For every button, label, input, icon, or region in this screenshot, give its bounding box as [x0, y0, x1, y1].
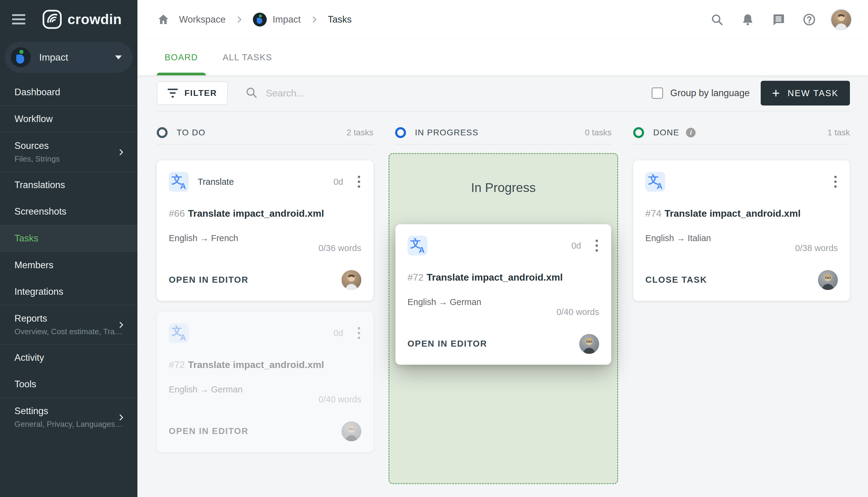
tab-board[interactable]: BOARD: [157, 39, 206, 75]
translate-type-icon: 文 A: [169, 323, 189, 343]
sidebar-item-translations[interactable]: Translations: [0, 172, 138, 198]
info-icon[interactable]: i: [686, 128, 696, 138]
user-avatar[interactable]: [831, 10, 851, 30]
chevron-right-icon: [310, 15, 319, 24]
chevron-down-icon: [115, 55, 122, 59]
task-card-66[interactable]: 文 A Translate 0d #66Translate impact_and…: [157, 160, 373, 301]
project-name: Impact: [39, 52, 115, 63]
task-board: TO DO 2 tasks 文 A Translate: [157, 121, 850, 452]
tabs: BOARD ALL TASKS: [138, 39, 868, 75]
card-menu-icon[interactable]: [833, 173, 838, 190]
column-todo: TO DO 2 tasks 文 A Translate: [157, 121, 373, 452]
main-area: Workspace Impact Tasks: [138, 0, 868, 497]
assignee-avatar: [818, 270, 838, 290]
done-status-icon: [633, 127, 644, 138]
search-icon: [245, 86, 258, 100]
due-badge: 0d: [571, 241, 581, 251]
topbar: Workspace Impact Tasks: [138, 0, 868, 75]
open-in-editor-button[interactable]: OPEN IN EDITOR: [169, 275, 248, 285]
task-words-progress: 0/40 words: [408, 307, 599, 317]
open-in-editor-button[interactable]: OPEN IN EDITOR: [169, 426, 248, 436]
sidebar-item-dashboard[interactable]: Dashboard: [0, 79, 138, 105]
sidebar-item-workflow[interactable]: Workflow: [0, 106, 138, 132]
plus-icon: +: [772, 86, 780, 100]
column-done: DONE i 1 task 文 A: [633, 121, 850, 452]
sidebar-item-tasks[interactable]: Tasks: [0, 225, 138, 252]
crowdin-logo-text: crowdin: [68, 11, 122, 27]
task-card-74[interactable]: 文 A #74Translate impact_android.xml Engl…: [633, 160, 850, 301]
tab-all-tasks[interactable]: ALL TASKS: [215, 39, 280, 75]
column-in-progress-header: IN PROGRESS 0 tasks: [395, 121, 612, 145]
search-input[interactable]: [266, 88, 447, 99]
sidebar-logo-row: crowdin: [0, 0, 138, 39]
search-icon[interactable]: [710, 13, 724, 27]
sidebar-item-reports[interactable]: Reports Overview, Cost estimate, Transl…: [0, 305, 138, 344]
help-icon[interactable]: [802, 13, 816, 27]
column-in-progress: IN PROGRESS 0 tasks In Progress 文 A: [395, 121, 612, 452]
project-avatar: [11, 47, 31, 67]
in-progress-count: 0 tasks: [585, 128, 612, 138]
task-title: #66Translate impact_android.xml: [169, 207, 361, 220]
chevron-right-icon: [117, 413, 125, 423]
sidebar-item-screenshots[interactable]: Screenshots: [0, 198, 138, 225]
assignee-avatar: [579, 334, 599, 354]
column-done-header: DONE i 1 task: [633, 121, 850, 145]
sidebar-nav: Dashboard Workflow Sources Files, String…: [0, 79, 138, 497]
board-toolbar: FILTER Group by language + NEW TASK: [157, 75, 850, 111]
translate-type-icon: 文 A: [408, 236, 427, 256]
sidebar-item-activity[interactable]: Activity: [0, 344, 138, 371]
card-menu-icon[interactable]: [594, 237, 599, 254]
task-card-72-dragging[interactable]: 文 A 0d #72Translate impact_android.xml E…: [395, 224, 611, 365]
project-switcher[interactable]: Impact: [5, 42, 133, 73]
task-words-progress: 0/36 words: [169, 243, 361, 253]
board-content: FILTER Group by language + NEW TASK: [138, 75, 868, 497]
task-words-progress: 0/38 words: [645, 243, 838, 253]
board-search: [245, 86, 652, 100]
card-menu-icon[interactable]: [357, 173, 361, 190]
new-task-button[interactable]: + NEW TASK: [761, 81, 850, 105]
task-title: #74Translate impact_android.xml: [645, 207, 838, 220]
toolbar-divider: [157, 111, 850, 112]
done-count: 1 task: [827, 128, 850, 138]
task-languages: English → German: [169, 385, 361, 395]
sidebar-item-sources[interactable]: Sources Files, Strings: [0, 133, 138, 171]
sidebar-item-integrations[interactable]: Integrations: [0, 279, 138, 305]
assignee-avatar: [341, 421, 361, 441]
task-title: #72Translate impact_android.xml: [408, 271, 599, 284]
due-badge: 0d: [333, 177, 343, 187]
hamburger-menu-icon[interactable]: [12, 12, 25, 27]
task-title: #72Translate impact_android.xml: [169, 359, 361, 371]
task-words-progress: 0/40 words: [169, 395, 361, 404]
assignee-avatar: [341, 270, 361, 290]
in-progress-status-icon: [395, 127, 406, 138]
card-menu-icon[interactable]: [357, 325, 361, 341]
filter-button[interactable]: FILTER: [157, 81, 228, 105]
sidebar-item-tools[interactable]: Tools: [0, 371, 138, 398]
task-languages: English → German: [408, 297, 599, 307]
home-icon[interactable]: [157, 13, 170, 26]
messages-icon[interactable]: [771, 13, 785, 27]
crowdin-app: crowdin Impact Dashboard Workflow: [0, 0, 868, 497]
todo-status-icon: [157, 127, 168, 138]
open-in-editor-button[interactable]: OPEN IN EDITOR: [408, 339, 487, 349]
group-by-language-checkbox[interactable]: [652, 87, 663, 99]
task-card-72-ghost[interactable]: 文 A 0d #72Translate impact_android.xml E…: [157, 312, 373, 452]
filter-icon: [168, 89, 178, 98]
sidebar: crowdin Impact Dashboard Workflow: [0, 0, 138, 497]
breadcrumb-page: Tasks: [328, 14, 352, 25]
due-badge: 0d: [333, 328, 343, 338]
project-avatar: [253, 13, 267, 27]
sidebar-item-settings[interactable]: Settings General, Privacy, Languages, Q…: [0, 398, 138, 437]
chevron-right-icon: [117, 321, 125, 330]
sidebar-item-members[interactable]: Members: [0, 252, 138, 279]
task-languages: English → French: [169, 233, 361, 243]
crowdin-logo-icon: [42, 9, 62, 29]
breadcrumb-workspace[interactable]: Workspace: [179, 14, 226, 25]
close-task-button[interactable]: CLOSE TASK: [645, 275, 707, 285]
translate-type-icon: 文 A: [169, 172, 189, 192]
breadcrumb-project[interactable]: Impact: [273, 14, 301, 25]
group-by-language-toggle[interactable]: Group by language: [652, 87, 750, 99]
notifications-bell-icon[interactable]: [741, 13, 755, 27]
breadcrumb: Workspace Impact Tasks: [138, 0, 868, 39]
translate-type-icon: 文 A: [645, 172, 665, 192]
